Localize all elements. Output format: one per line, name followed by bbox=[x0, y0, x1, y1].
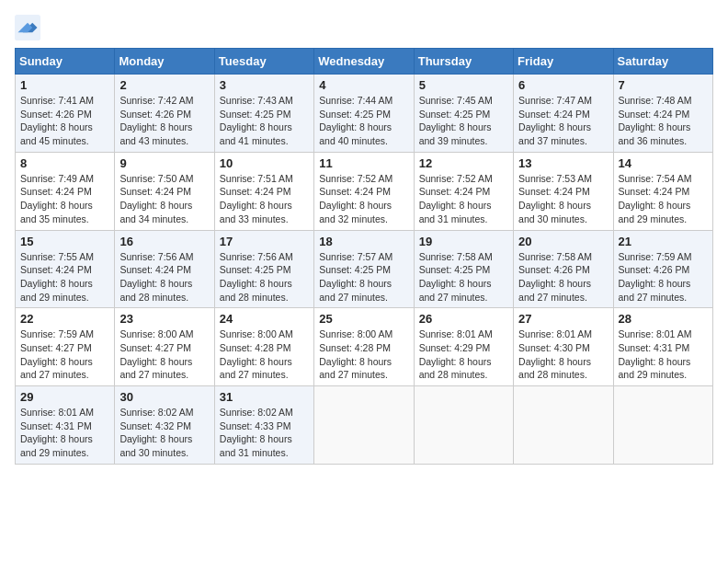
calendar-cell: 8Sunrise: 7:49 AMSunset: 4:24 PMDaylight… bbox=[16, 152, 115, 230]
day-number: 22 bbox=[20, 312, 109, 326]
day-info: Sunrise: 7:52 AMSunset: 4:24 PMDaylight:… bbox=[319, 172, 408, 226]
calendar-cell: 12Sunrise: 7:52 AMSunset: 4:24 PMDayligh… bbox=[414, 152, 513, 230]
calendar-week-row: 8Sunrise: 7:49 AMSunset: 4:24 PMDaylight… bbox=[16, 152, 713, 230]
day-number: 8 bbox=[20, 156, 109, 170]
day-number: 15 bbox=[20, 235, 109, 248]
day-header-saturday: Saturday bbox=[613, 49, 712, 75]
day-header-monday: Monday bbox=[115, 49, 214, 75]
calendar-cell bbox=[414, 386, 513, 465]
calendar-cell: 31Sunrise: 8:02 AMSunset: 4:33 PMDayligh… bbox=[214, 386, 313, 465]
day-number: 31 bbox=[220, 390, 309, 404]
day-info: Sunrise: 7:50 AMSunset: 4:24 PMDaylight:… bbox=[119, 172, 209, 226]
calendar-table: SundayMondayTuesdayWednesdayThursdayFrid… bbox=[15, 48, 713, 465]
day-number: 13 bbox=[518, 156, 608, 170]
day-header-friday: Friday bbox=[514, 49, 613, 75]
calendar-cell: 25Sunrise: 8:00 AMSunset: 4:28 PMDayligh… bbox=[314, 308, 414, 386]
calendar-cell: 13Sunrise: 7:53 AMSunset: 4:24 PMDayligh… bbox=[514, 152, 613, 230]
day-info: Sunrise: 7:43 AMSunset: 4:25 PMDaylight:… bbox=[220, 94, 309, 148]
calendar-cell: 22Sunrise: 7:59 AMSunset: 4:27 PMDayligh… bbox=[16, 308, 115, 386]
day-info: Sunrise: 7:41 AMSunset: 4:26 PMDaylight:… bbox=[20, 94, 109, 148]
day-info: Sunrise: 8:01 AMSunset: 4:29 PMDaylight:… bbox=[419, 327, 508, 382]
calendar-cell: 9Sunrise: 7:50 AMSunset: 4:24 PMDaylight… bbox=[115, 152, 214, 230]
calendar-cell: 5Sunrise: 7:45 AMSunset: 4:25 PMDaylight… bbox=[414, 75, 513, 153]
day-info: Sunrise: 8:01 AMSunset: 4:30 PMDaylight:… bbox=[518, 327, 608, 382]
day-number: 18 bbox=[319, 235, 408, 248]
calendar-cell: 16Sunrise: 7:56 AMSunset: 4:24 PMDayligh… bbox=[115, 230, 214, 308]
day-number: 3 bbox=[220, 78, 309, 92]
day-number: 30 bbox=[119, 390, 209, 404]
day-info: Sunrise: 7:49 AMSunset: 4:24 PMDaylight:… bbox=[20, 172, 109, 226]
logo bbox=[15, 15, 44, 40]
day-info: Sunrise: 7:59 AMSunset: 4:26 PMDaylight:… bbox=[619, 250, 708, 304]
calendar-week-row: 15Sunrise: 7:55 AMSunset: 4:24 PMDayligh… bbox=[16, 230, 713, 308]
logo-icon bbox=[15, 15, 40, 40]
calendar-cell: 14Sunrise: 7:54 AMSunset: 4:24 PMDayligh… bbox=[613, 152, 712, 230]
page-header bbox=[15, 15, 713, 40]
calendar-cell bbox=[613, 386, 712, 465]
calendar-cell: 6Sunrise: 7:47 AMSunset: 4:24 PMDaylight… bbox=[514, 75, 613, 153]
day-number: 7 bbox=[619, 78, 708, 92]
calendar-cell: 26Sunrise: 8:01 AMSunset: 4:29 PMDayligh… bbox=[414, 308, 513, 386]
calendar-cell: 10Sunrise: 7:51 AMSunset: 4:24 PMDayligh… bbox=[214, 152, 313, 230]
day-number: 24 bbox=[220, 312, 309, 326]
calendar-cell: 4Sunrise: 7:44 AMSunset: 4:25 PMDaylight… bbox=[314, 75, 414, 153]
day-info: Sunrise: 8:01 AMSunset: 4:31 PMDaylight:… bbox=[619, 327, 708, 382]
day-number: 29 bbox=[20, 390, 109, 404]
day-number: 4 bbox=[319, 78, 408, 92]
day-number: 23 bbox=[119, 312, 209, 326]
day-number: 2 bbox=[119, 78, 209, 92]
day-info: Sunrise: 7:45 AMSunset: 4:25 PMDaylight:… bbox=[419, 94, 508, 148]
day-info: Sunrise: 7:54 AMSunset: 4:24 PMDaylight:… bbox=[619, 172, 708, 226]
calendar-week-row: 22Sunrise: 7:59 AMSunset: 4:27 PMDayligh… bbox=[16, 308, 713, 386]
day-info: Sunrise: 8:00 AMSunset: 4:27 PMDaylight:… bbox=[119, 327, 209, 382]
day-number: 10 bbox=[220, 156, 309, 170]
day-info: Sunrise: 8:00 AMSunset: 4:28 PMDaylight:… bbox=[220, 327, 309, 382]
day-info: Sunrise: 7:55 AMSunset: 4:24 PMDaylight:… bbox=[20, 250, 109, 304]
day-info: Sunrise: 7:42 AMSunset: 4:26 PMDaylight:… bbox=[119, 94, 209, 148]
day-info: Sunrise: 7:47 AMSunset: 4:24 PMDaylight:… bbox=[518, 94, 608, 148]
day-info: Sunrise: 7:44 AMSunset: 4:25 PMDaylight:… bbox=[319, 94, 408, 148]
day-number: 12 bbox=[419, 156, 508, 170]
day-number: 14 bbox=[619, 156, 708, 170]
calendar-cell: 24Sunrise: 8:00 AMSunset: 4:28 PMDayligh… bbox=[214, 308, 313, 386]
calendar-cell: 19Sunrise: 7:58 AMSunset: 4:25 PMDayligh… bbox=[414, 230, 513, 308]
calendar-week-row: 29Sunrise: 8:01 AMSunset: 4:31 PMDayligh… bbox=[16, 386, 713, 465]
calendar-header-row: SundayMondayTuesdayWednesdayThursdayFrid… bbox=[16, 49, 713, 75]
day-info: Sunrise: 7:48 AMSunset: 4:24 PMDaylight:… bbox=[619, 94, 708, 148]
day-number: 25 bbox=[319, 312, 408, 326]
day-info: Sunrise: 8:02 AMSunset: 4:32 PMDaylight:… bbox=[119, 406, 209, 460]
day-number: 6 bbox=[518, 78, 608, 92]
calendar-cell: 29Sunrise: 8:01 AMSunset: 4:31 PMDayligh… bbox=[16, 386, 115, 465]
day-info: Sunrise: 8:02 AMSunset: 4:33 PMDaylight:… bbox=[220, 406, 309, 460]
day-number: 26 bbox=[419, 312, 508, 326]
day-header-wednesday: Wednesday bbox=[314, 49, 414, 75]
calendar-cell: 27Sunrise: 8:01 AMSunset: 4:30 PMDayligh… bbox=[514, 308, 613, 386]
day-info: Sunrise: 7:52 AMSunset: 4:24 PMDaylight:… bbox=[419, 172, 508, 226]
calendar-cell: 28Sunrise: 8:01 AMSunset: 4:31 PMDayligh… bbox=[613, 308, 712, 386]
day-info: Sunrise: 8:00 AMSunset: 4:28 PMDaylight:… bbox=[319, 327, 408, 382]
calendar-cell bbox=[314, 386, 414, 465]
calendar-cell: 2Sunrise: 7:42 AMSunset: 4:26 PMDaylight… bbox=[115, 75, 214, 153]
calendar-cell: 3Sunrise: 7:43 AMSunset: 4:25 PMDaylight… bbox=[214, 75, 313, 153]
calendar-cell: 1Sunrise: 7:41 AMSunset: 4:26 PMDaylight… bbox=[16, 75, 115, 153]
calendar-cell: 17Sunrise: 7:56 AMSunset: 4:25 PMDayligh… bbox=[214, 230, 313, 308]
day-info: Sunrise: 7:59 AMSunset: 4:27 PMDaylight:… bbox=[20, 327, 109, 382]
day-info: Sunrise: 7:56 AMSunset: 4:24 PMDaylight:… bbox=[119, 250, 209, 304]
day-info: Sunrise: 7:56 AMSunset: 4:25 PMDaylight:… bbox=[220, 250, 309, 304]
day-number: 28 bbox=[619, 312, 708, 326]
day-number: 19 bbox=[419, 235, 508, 248]
day-number: 20 bbox=[518, 235, 608, 248]
day-header-tuesday: Tuesday bbox=[214, 49, 313, 75]
calendar-cell: 23Sunrise: 8:00 AMSunset: 4:27 PMDayligh… bbox=[115, 308, 214, 386]
day-number: 1 bbox=[20, 78, 109, 92]
day-info: Sunrise: 7:53 AMSunset: 4:24 PMDaylight:… bbox=[518, 172, 608, 226]
day-info: Sunrise: 7:58 AMSunset: 4:25 PMDaylight:… bbox=[419, 250, 508, 304]
calendar-cell: 11Sunrise: 7:52 AMSunset: 4:24 PMDayligh… bbox=[314, 152, 414, 230]
day-info: Sunrise: 8:01 AMSunset: 4:31 PMDaylight:… bbox=[20, 406, 109, 460]
calendar-cell: 18Sunrise: 7:57 AMSunset: 4:25 PMDayligh… bbox=[314, 230, 414, 308]
day-number: 5 bbox=[419, 78, 508, 92]
day-info: Sunrise: 7:51 AMSunset: 4:24 PMDaylight:… bbox=[220, 172, 309, 226]
calendar-cell: 7Sunrise: 7:48 AMSunset: 4:24 PMDaylight… bbox=[613, 75, 712, 153]
day-info: Sunrise: 7:58 AMSunset: 4:26 PMDaylight:… bbox=[518, 250, 608, 304]
calendar-cell: 30Sunrise: 8:02 AMSunset: 4:32 PMDayligh… bbox=[115, 386, 214, 465]
